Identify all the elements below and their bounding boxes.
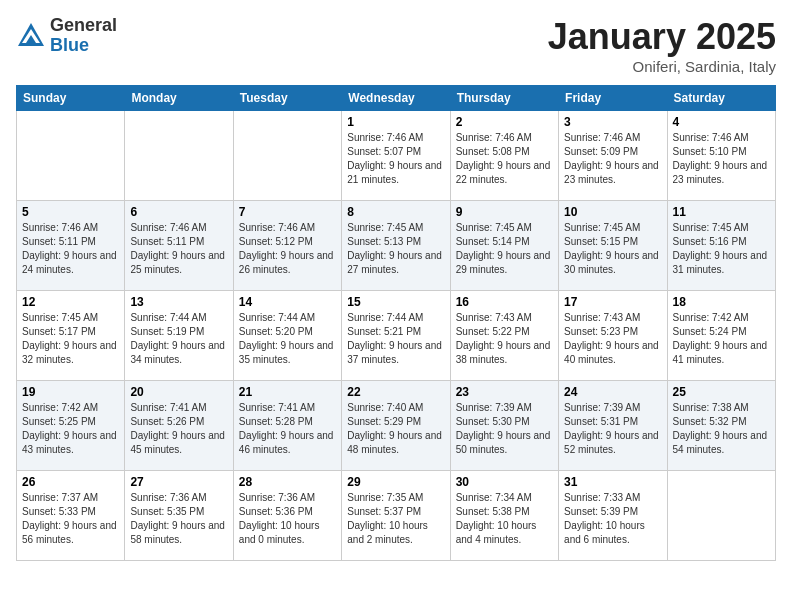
day-number: 12 [22,295,119,309]
day-info: Sunrise: 7:46 AM Sunset: 5:12 PM Dayligh… [239,221,336,277]
day-info: Sunrise: 7:33 AM Sunset: 5:39 PM Dayligh… [564,491,661,547]
table-row [125,111,233,201]
day-number: 9 [456,205,553,219]
col-thursday: Thursday [450,86,558,111]
table-row: 20Sunrise: 7:41 AM Sunset: 5:26 PM Dayli… [125,381,233,471]
day-info: Sunrise: 7:42 AM Sunset: 5:24 PM Dayligh… [673,311,770,367]
table-row: 24Sunrise: 7:39 AM Sunset: 5:31 PM Dayli… [559,381,667,471]
table-row: 4Sunrise: 7:46 AM Sunset: 5:10 PM Daylig… [667,111,775,201]
day-info: Sunrise: 7:44 AM Sunset: 5:20 PM Dayligh… [239,311,336,367]
day-number: 1 [347,115,444,129]
day-info: Sunrise: 7:45 AM Sunset: 5:16 PM Dayligh… [673,221,770,277]
day-info: Sunrise: 7:46 AM Sunset: 5:10 PM Dayligh… [673,131,770,187]
calendar-week-row: 1Sunrise: 7:46 AM Sunset: 5:07 PM Daylig… [17,111,776,201]
day-info: Sunrise: 7:46 AM Sunset: 5:07 PM Dayligh… [347,131,444,187]
table-row: 21Sunrise: 7:41 AM Sunset: 5:28 PM Dayli… [233,381,341,471]
day-number: 15 [347,295,444,309]
col-monday: Monday [125,86,233,111]
col-saturday: Saturday [667,86,775,111]
table-row: 1Sunrise: 7:46 AM Sunset: 5:07 PM Daylig… [342,111,450,201]
col-sunday: Sunday [17,86,125,111]
day-info: Sunrise: 7:45 AM Sunset: 5:15 PM Dayligh… [564,221,661,277]
day-info: Sunrise: 7:45 AM Sunset: 5:13 PM Dayligh… [347,221,444,277]
calendar-header-row: Sunday Monday Tuesday Wednesday Thursday… [17,86,776,111]
table-row: 31Sunrise: 7:33 AM Sunset: 5:39 PM Dayli… [559,471,667,561]
table-row: 14Sunrise: 7:44 AM Sunset: 5:20 PM Dayli… [233,291,341,381]
day-number: 18 [673,295,770,309]
page-header: General Blue January 2025 Oniferi, Sardi… [16,16,776,75]
table-row: 10Sunrise: 7:45 AM Sunset: 5:15 PM Dayli… [559,201,667,291]
day-info: Sunrise: 7:41 AM Sunset: 5:26 PM Dayligh… [130,401,227,457]
day-info: Sunrise: 7:46 AM Sunset: 5:11 PM Dayligh… [130,221,227,277]
table-row: 9Sunrise: 7:45 AM Sunset: 5:14 PM Daylig… [450,201,558,291]
day-number: 3 [564,115,661,129]
calendar-table: Sunday Monday Tuesday Wednesday Thursday… [16,85,776,561]
table-row: 13Sunrise: 7:44 AM Sunset: 5:19 PM Dayli… [125,291,233,381]
day-number: 29 [347,475,444,489]
day-number: 19 [22,385,119,399]
title-block: January 2025 Oniferi, Sardinia, Italy [548,16,776,75]
day-number: 4 [673,115,770,129]
day-info: Sunrise: 7:46 AM Sunset: 5:08 PM Dayligh… [456,131,553,187]
day-number: 17 [564,295,661,309]
table-row: 25Sunrise: 7:38 AM Sunset: 5:32 PM Dayli… [667,381,775,471]
day-number: 25 [673,385,770,399]
day-info: Sunrise: 7:44 AM Sunset: 5:21 PM Dayligh… [347,311,444,367]
day-number: 21 [239,385,336,399]
day-info: Sunrise: 7:46 AM Sunset: 5:09 PM Dayligh… [564,131,661,187]
day-info: Sunrise: 7:41 AM Sunset: 5:28 PM Dayligh… [239,401,336,457]
table-row: 8Sunrise: 7:45 AM Sunset: 5:13 PM Daylig… [342,201,450,291]
table-row [667,471,775,561]
day-number: 7 [239,205,336,219]
day-number: 10 [564,205,661,219]
day-info: Sunrise: 7:44 AM Sunset: 5:19 PM Dayligh… [130,311,227,367]
table-row: 15Sunrise: 7:44 AM Sunset: 5:21 PM Dayli… [342,291,450,381]
day-info: Sunrise: 7:39 AM Sunset: 5:31 PM Dayligh… [564,401,661,457]
logo-blue-text: Blue [50,36,117,56]
table-row: 3Sunrise: 7:46 AM Sunset: 5:09 PM Daylig… [559,111,667,201]
table-row: 19Sunrise: 7:42 AM Sunset: 5:25 PM Dayli… [17,381,125,471]
day-number: 2 [456,115,553,129]
location: Oniferi, Sardinia, Italy [548,58,776,75]
table-row: 30Sunrise: 7:34 AM Sunset: 5:38 PM Dayli… [450,471,558,561]
day-info: Sunrise: 7:45 AM Sunset: 5:14 PM Dayligh… [456,221,553,277]
day-info: Sunrise: 7:34 AM Sunset: 5:38 PM Dayligh… [456,491,553,547]
logo-icon [16,21,46,51]
day-number: 5 [22,205,119,219]
table-row: 29Sunrise: 7:35 AM Sunset: 5:37 PM Dayli… [342,471,450,561]
table-row: 5Sunrise: 7:46 AM Sunset: 5:11 PM Daylig… [17,201,125,291]
calendar-week-row: 19Sunrise: 7:42 AM Sunset: 5:25 PM Dayli… [17,381,776,471]
col-friday: Friday [559,86,667,111]
day-info: Sunrise: 7:46 AM Sunset: 5:11 PM Dayligh… [22,221,119,277]
table-row: 12Sunrise: 7:45 AM Sunset: 5:17 PM Dayli… [17,291,125,381]
calendar-week-row: 12Sunrise: 7:45 AM Sunset: 5:17 PM Dayli… [17,291,776,381]
table-row: 17Sunrise: 7:43 AM Sunset: 5:23 PM Dayli… [559,291,667,381]
table-row [233,111,341,201]
table-row: 16Sunrise: 7:43 AM Sunset: 5:22 PM Dayli… [450,291,558,381]
day-number: 14 [239,295,336,309]
table-row: 18Sunrise: 7:42 AM Sunset: 5:24 PM Dayli… [667,291,775,381]
day-number: 22 [347,385,444,399]
logo-general-text: General [50,16,117,36]
table-row: 7Sunrise: 7:46 AM Sunset: 5:12 PM Daylig… [233,201,341,291]
table-row: 22Sunrise: 7:40 AM Sunset: 5:29 PM Dayli… [342,381,450,471]
day-info: Sunrise: 7:36 AM Sunset: 5:35 PM Dayligh… [130,491,227,547]
table-row: 28Sunrise: 7:36 AM Sunset: 5:36 PM Dayli… [233,471,341,561]
table-row [17,111,125,201]
table-row: 26Sunrise: 7:37 AM Sunset: 5:33 PM Dayli… [17,471,125,561]
day-info: Sunrise: 7:39 AM Sunset: 5:30 PM Dayligh… [456,401,553,457]
day-number: 30 [456,475,553,489]
day-number: 23 [456,385,553,399]
day-number: 27 [130,475,227,489]
col-wednesday: Wednesday [342,86,450,111]
day-info: Sunrise: 7:37 AM Sunset: 5:33 PM Dayligh… [22,491,119,547]
table-row: 23Sunrise: 7:39 AM Sunset: 5:30 PM Dayli… [450,381,558,471]
table-row: 6Sunrise: 7:46 AM Sunset: 5:11 PM Daylig… [125,201,233,291]
calendar-week-row: 5Sunrise: 7:46 AM Sunset: 5:11 PM Daylig… [17,201,776,291]
calendar-week-row: 26Sunrise: 7:37 AM Sunset: 5:33 PM Dayli… [17,471,776,561]
table-row: 11Sunrise: 7:45 AM Sunset: 5:16 PM Dayli… [667,201,775,291]
day-info: Sunrise: 7:36 AM Sunset: 5:36 PM Dayligh… [239,491,336,547]
day-number: 16 [456,295,553,309]
col-tuesday: Tuesday [233,86,341,111]
day-number: 20 [130,385,227,399]
